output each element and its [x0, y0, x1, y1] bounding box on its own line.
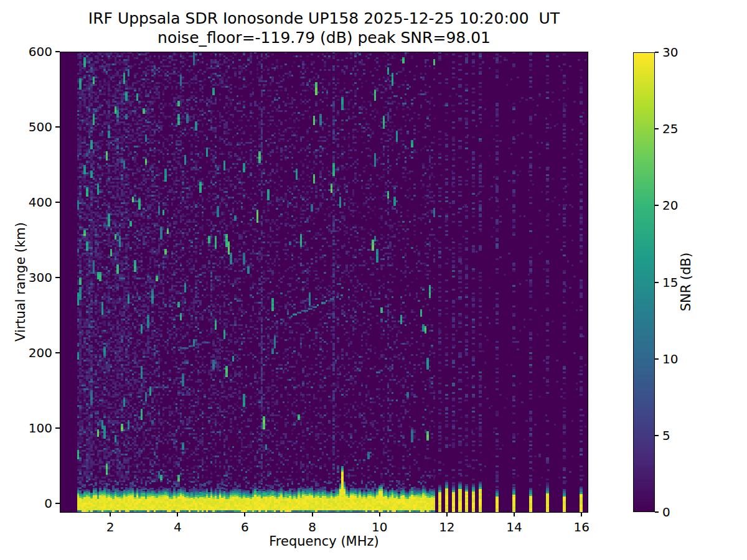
x-tick-label: 16 [573, 520, 589, 534]
plot-area [60, 52, 588, 513]
spectrogram-image [60, 52, 588, 512]
y-tick-mark [55, 51, 60, 52]
colorbar-tick-label: 0 [662, 505, 670, 520]
y-tick-mark [55, 202, 60, 203]
y-tick-mark [55, 427, 60, 429]
colorbar-tick-mark [655, 511, 659, 513]
y-tick-mark [55, 277, 60, 278]
x-axis-label: Frequency (MHz) [60, 534, 588, 549]
x-tick-mark [514, 513, 515, 516]
colorbar-tick-mark [655, 358, 659, 360]
colorbar-tick-label: 25 [662, 121, 678, 136]
y-tick-label: 600 [0, 44, 52, 59]
y-tick-label: 300 [0, 270, 52, 285]
y-tick-label: 400 [0, 195, 52, 210]
x-tick-label: 14 [506, 520, 522, 534]
y-tick-label: 100 [0, 421, 52, 436]
y-tick-label: 200 [0, 345, 52, 360]
colorbar-gradient [634, 53, 654, 511]
chart-title-line2: noise_floor=-119.79 (dB) peak SNR=98.01 [60, 29, 588, 47]
colorbar-label: SNR (dB) [679, 253, 693, 311]
colorbar-tick-label: 30 [662, 45, 678, 60]
colorbar-tick-mark [655, 205, 659, 206]
x-tick-mark [312, 513, 313, 516]
colorbar-tick-label: 10 [662, 352, 678, 366]
x-tick-label: 12 [439, 520, 454, 534]
y-tick-label: 500 [0, 119, 52, 134]
x-tick-mark [244, 513, 245, 516]
y-tick-mark [55, 503, 60, 504]
colorbar-tick-label: 20 [662, 198, 678, 213]
x-tick-mark [177, 513, 178, 516]
x-tick-label: 10 [372, 520, 387, 534]
x-tick-label: 4 [174, 520, 182, 534]
x-tick-mark [581, 513, 582, 516]
colorbar [633, 52, 655, 512]
ionogram-figure: IRF Uppsala SDR Ionosonde UP158 2025-12-… [0, 0, 747, 560]
colorbar-tick-mark [655, 128, 659, 129]
x-tick-label: 8 [308, 520, 316, 534]
x-tick-mark [379, 513, 380, 516]
colorbar-tick-label: 5 [662, 428, 670, 443]
y-tick-label: 0 [0, 496, 52, 511]
colorbar-tick-label: 15 [662, 275, 678, 290]
chart-title-line1: IRF Uppsala SDR Ionosonde UP158 2025-12-… [60, 9, 588, 28]
colorbar-tick-mark [655, 435, 659, 436]
x-tick-label: 2 [106, 520, 115, 534]
y-tick-mark [55, 126, 60, 128]
x-tick-label: 6 [241, 520, 249, 534]
x-tick-mark [110, 513, 111, 516]
colorbar-tick-mark [655, 52, 659, 53]
x-tick-mark [446, 513, 448, 516]
colorbar-tick-mark [655, 282, 659, 283]
y-tick-mark [55, 352, 60, 353]
